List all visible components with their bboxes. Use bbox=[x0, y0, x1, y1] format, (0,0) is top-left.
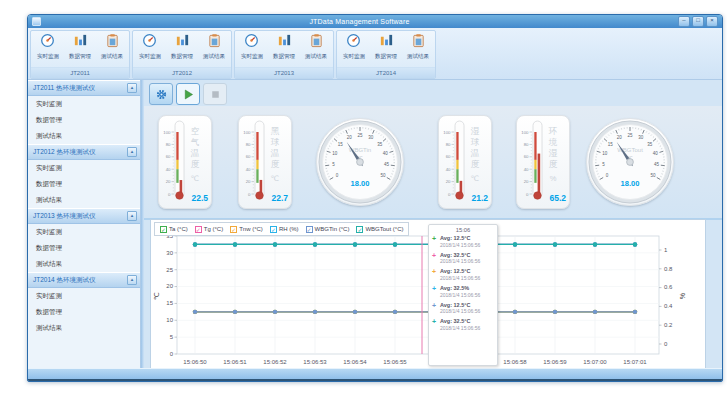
ribbon-button[interactable]: 数据管理 bbox=[167, 33, 198, 61]
legend-checkbox-checked[interactable]: ✓ bbox=[230, 226, 237, 233]
svg-text:度: 度 bbox=[271, 159, 280, 169]
tooltip-timestamp: 2018/1/4 15:06:56 bbox=[440, 242, 480, 248]
monitor-controls bbox=[149, 83, 227, 105]
ribbon-button-label: 测试结果 bbox=[203, 52, 225, 60]
ribbon-button[interactable]: 测试结果 bbox=[403, 33, 434, 61]
sidebar-item-数据管理[interactable]: 数据管理 bbox=[28, 240, 140, 256]
svg-text:10: 10 bbox=[166, 317, 173, 323]
tooltip-timestamp: 2018/1/4 15:06:56 bbox=[440, 275, 480, 281]
ribbon-buttons: 实时监测数据管理测试结果 bbox=[235, 31, 333, 67]
tooltip-entry-text: Avg: 12.5°C2018/1/4 15:06:56 bbox=[440, 235, 480, 248]
ribbon-button[interactable]: 数据管理 bbox=[371, 33, 402, 61]
sidebar-group-title: JT2011 热环境测试仪 bbox=[33, 84, 95, 93]
sidebar-item-测试结果[interactable]: 测试结果 bbox=[28, 128, 140, 144]
collapse-icon[interactable]: ▴ bbox=[127, 275, 137, 285]
svg-text:15:06:54: 15:06:54 bbox=[343, 359, 367, 365]
ribbon-button-label: 测试结果 bbox=[101, 52, 123, 60]
ribbon-button-label: 实时监测 bbox=[343, 52, 365, 60]
ribbon-button[interactable]: 实时监测 bbox=[338, 33, 369, 61]
legend-checkbox-checked[interactable]: ✓ bbox=[306, 226, 313, 233]
minimize-icon[interactable]: – bbox=[678, 16, 690, 27]
sidebar-item-测试结果[interactable]: 测试结果 bbox=[28, 192, 140, 208]
sidebar-item-实时监测[interactable]: 实时监测 bbox=[28, 288, 140, 304]
tooltip-timestamp: 2018/1/4 15:06:56 bbox=[440, 258, 480, 264]
gear-icon bbox=[155, 88, 168, 101]
svg-text:45: 45 bbox=[654, 162, 660, 167]
legend-checkbox-checked[interactable]: ✓ bbox=[356, 226, 363, 233]
svg-text:20: 20 bbox=[347, 135, 353, 140]
tooltip-entry: +Avg: 32.5°C2018/1/4 15:06:56 bbox=[432, 318, 494, 331]
stop-button bbox=[203, 83, 227, 105]
svg-text:1: 1 bbox=[664, 247, 668, 253]
collapse-icon[interactable]: ▴ bbox=[127, 83, 137, 93]
ribbon-button[interactable]: 测试结果 bbox=[199, 33, 230, 61]
sidebar-item-实时监测[interactable]: 实时监测 bbox=[28, 96, 140, 112]
play-button[interactable] bbox=[176, 83, 200, 105]
ribbon-button[interactable]: 实时监测 bbox=[134, 33, 165, 61]
svg-text:80: 80 bbox=[246, 142, 251, 147]
sidebar-item-数据管理[interactable]: 数据管理 bbox=[28, 176, 140, 192]
legend-item-Ta[interactable]: ✓Ta (°C) bbox=[160, 226, 188, 233]
sidebar-item-实时监测[interactable]: 实时监测 bbox=[28, 160, 140, 176]
ribbon-group-caption: JT2013 bbox=[235, 67, 333, 78]
sidebar-item-数据管理[interactable]: 数据管理 bbox=[28, 112, 140, 128]
sidebar-item-实时监测[interactable]: 实时监测 bbox=[28, 224, 140, 240]
legend-checkbox-checked[interactable]: ✓ bbox=[160, 226, 167, 233]
sidebar-group-header[interactable]: JT2014 热环境测试仪▴ bbox=[28, 272, 140, 288]
title-bar: JTData Management Software –□× bbox=[28, 15, 722, 28]
svg-text:度: 度 bbox=[549, 159, 558, 169]
ribbon-button[interactable]: 实时监测 bbox=[236, 33, 267, 61]
ribbon-button[interactable]: 测试结果 bbox=[97, 33, 128, 61]
legend-label: Tg (°C) bbox=[204, 226, 223, 232]
svg-text:15: 15 bbox=[608, 142, 614, 147]
app-icon bbox=[32, 17, 41, 26]
ribbon-button-label: 实时监测 bbox=[139, 52, 161, 60]
gear-button[interactable] bbox=[149, 83, 173, 105]
close-icon[interactable]: × bbox=[706, 16, 718, 27]
restore-icon[interactable]: □ bbox=[692, 16, 704, 27]
sidebar-item-测试结果[interactable]: 测试结果 bbox=[28, 256, 140, 272]
sidebar-group-header[interactable]: JT2011 热环境测试仪▴ bbox=[28, 80, 140, 96]
svg-text:15:06:58: 15:06:58 bbox=[503, 359, 527, 365]
ribbon-group-jt2011: 实时监测数据管理测试结果JT2011 bbox=[30, 30, 130, 79]
svg-text:℃: ℃ bbox=[471, 174, 479, 183]
collapse-icon[interactable]: ▴ bbox=[127, 211, 137, 221]
svg-text:50: 50 bbox=[380, 173, 386, 178]
ribbon-button[interactable]: 数据管理 bbox=[269, 33, 300, 61]
legend-checkbox-checked[interactable]: ✓ bbox=[270, 226, 277, 233]
svg-text:℃: ℃ bbox=[153, 292, 160, 300]
ribbon-button[interactable]: 实时监测 bbox=[32, 33, 63, 61]
ribbon-button-label: 测试结果 bbox=[305, 52, 327, 60]
svg-text:25: 25 bbox=[627, 133, 633, 138]
svg-text:0: 0 bbox=[170, 351, 174, 357]
tooltip-entry-text: Avg: 12.5°C2018/1/4 15:06:56 bbox=[440, 268, 480, 281]
gauge-icon bbox=[244, 33, 259, 52]
dial-gauge-WBGTout: 05101520253035404550WBGTout℃18.00 bbox=[586, 118, 674, 206]
svg-text:15: 15 bbox=[166, 300, 173, 306]
legend-checkbox-checked[interactable]: ✓ bbox=[195, 226, 202, 233]
legend-item-RH[interactable]: ✓RH (%) bbox=[270, 226, 299, 233]
sidebar-item-数据管理[interactable]: 数据管理 bbox=[28, 304, 140, 320]
sidebar-group-title: JT2013 热环境测试仪 bbox=[33, 212, 96, 221]
sidebar-group-header[interactable]: JT2012 热环境测试仪▴ bbox=[28, 144, 140, 160]
status-bar bbox=[28, 368, 722, 381]
collapse-icon[interactable]: ▴ bbox=[127, 147, 137, 157]
svg-text:15:07:00: 15:07:00 bbox=[583, 359, 607, 365]
ribbon-button[interactable]: 测试结果 bbox=[301, 33, 332, 61]
ribbon-button[interactable]: 数据管理 bbox=[65, 33, 96, 61]
legend-item-WBGTout[interactable]: ✓WBGTout (°C) bbox=[356, 226, 403, 233]
svg-text:%: % bbox=[679, 293, 686, 299]
legend-item-Tg[interactable]: ✓Tg (°C) bbox=[195, 226, 223, 233]
ribbon-group-jt2014: 实时监测数据管理测试结果JT2014 bbox=[336, 30, 436, 79]
sidebar-group-header[interactable]: JT2013 热环境测试仪▴ bbox=[28, 208, 140, 224]
svg-text:100: 100 bbox=[243, 130, 251, 135]
legend-item-WBGTin[interactable]: ✓WBGTin (°C) bbox=[306, 226, 350, 233]
svg-text:温: 温 bbox=[190, 148, 200, 158]
svg-text:30: 30 bbox=[368, 135, 374, 140]
svg-text:40: 40 bbox=[166, 167, 171, 172]
svg-text:18.00: 18.00 bbox=[351, 179, 370, 188]
sidebar-item-测试结果[interactable]: 测试结果 bbox=[28, 320, 140, 336]
legend-item-Tnw[interactable]: ✓Tnw (°C) bbox=[230, 226, 263, 233]
svg-text:100: 100 bbox=[443, 130, 451, 135]
ribbon-toolbar: 实时监测数据管理测试结果JT2011实时监测数据管理测试结果JT2012实时监测… bbox=[28, 28, 722, 80]
